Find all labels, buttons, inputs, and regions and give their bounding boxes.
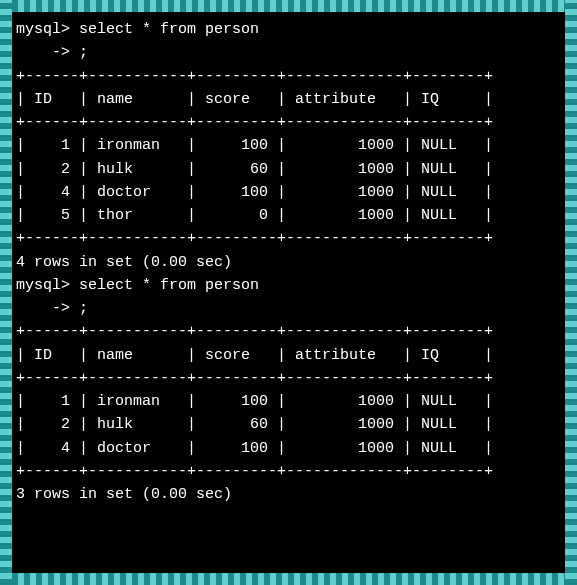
- mysql-prompt-line[interactable]: mysql> select * from person: [16, 274, 561, 297]
- result-status: 3 rows in set (0.00 sec): [16, 483, 561, 506]
- table-border: +------+-----------+---------+----------…: [16, 367, 561, 390]
- mysql-prompt-line[interactable]: mysql> select * from person: [16, 18, 561, 41]
- table-border: +------+-----------+---------+----------…: [16, 111, 561, 134]
- table-border: +------+-----------+---------+----------…: [16, 227, 561, 250]
- table-border: +------+-----------+---------+----------…: [16, 320, 561, 343]
- table-row: | 5 | thor | 0 | 1000 | NULL |: [16, 204, 561, 227]
- mysql-continuation-line[interactable]: -> ;: [16, 297, 561, 320]
- table-row: | 1 | ironman | 100 | 1000 | NULL |: [16, 134, 561, 157]
- table-border: +------+-----------+---------+----------…: [16, 65, 561, 88]
- table-row: | 2 | hulk | 60 | 1000 | NULL |: [16, 413, 561, 436]
- table-row: | 4 | doctor | 100 | 1000 | NULL |: [16, 437, 561, 460]
- mysql-terminal[interactable]: mysql> select * from person -> ;+------+…: [12, 12, 565, 573]
- table-header-row: | ID | name | score | attribute | IQ |: [16, 88, 561, 111]
- table-row: | 4 | doctor | 100 | 1000 | NULL |: [16, 181, 561, 204]
- result-status: 4 rows in set (0.00 sec): [16, 251, 561, 274]
- table-row: | 1 | ironman | 100 | 1000 | NULL |: [16, 390, 561, 413]
- mysql-continuation-line[interactable]: -> ;: [16, 41, 561, 64]
- table-header-row: | ID | name | score | attribute | IQ |: [16, 344, 561, 367]
- table-row: | 2 | hulk | 60 | 1000 | NULL |: [16, 158, 561, 181]
- table-border: +------+-----------+---------+----------…: [16, 460, 561, 483]
